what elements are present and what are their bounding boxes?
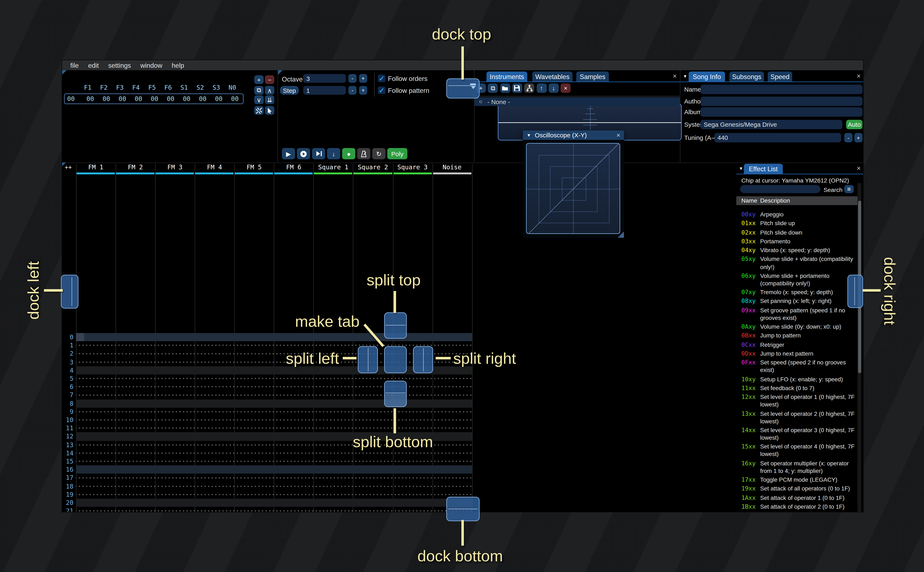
order-cell[interactable]: 00 [146, 95, 162, 102]
move-down-button[interactable]: ↓ [548, 84, 558, 93]
step-decrease-button[interactable]: - [348, 86, 357, 95]
order-cell[interactable]: 00 [195, 95, 211, 102]
octave-increase-button[interactable]: + [359, 74, 367, 83]
tab-wavetables[interactable]: Wavetables [532, 72, 572, 82]
tab-effect-list[interactable]: Effect List [744, 164, 783, 174]
effect-rows[interactable]: 00xyArpeggio01xxPitch slide up02xxPitch … [736, 211, 859, 512]
channel-header-fm-5[interactable]: FM 5 [234, 164, 274, 172]
effect-row[interactable]: 00xyArpeggio [736, 211, 859, 218]
split-right-target[interactable] [413, 346, 433, 373]
collapse-icon[interactable]: ▼ [683, 74, 687, 78]
dock-left-target[interactable] [61, 275, 78, 309]
pattern-row[interactable] [76, 507, 472, 512]
effect-row[interactable]: 14xxSet level of operator 3 (0 highest, … [736, 426, 859, 442]
pattern-row[interactable] [76, 482, 472, 490]
split-left-target[interactable] [358, 346, 378, 373]
tree-view-button[interactable] [524, 84, 534, 93]
channel-header-fm-1[interactable]: FM 1 [76, 164, 115, 172]
oscilloscope-xy-window[interactable]: ▼ Oscilloscope (X-Y) × [523, 131, 624, 238]
close-icon[interactable]: × [855, 164, 862, 172]
close-icon[interactable]: × [672, 72, 678, 80]
plus-button[interactable]: + [254, 75, 263, 84]
effect-row[interactable]: 12xxSet level of operator 1 (0 highest, … [736, 393, 859, 409]
field-input-tuning[interactable]: 440 [714, 133, 841, 142]
order-cell[interactable]: 00 [162, 95, 179, 102]
duplicate-button[interactable]: ⧉ [488, 84, 498, 93]
tab-song-info[interactable]: Song Info [689, 72, 725, 82]
step-input[interactable]: 1 [303, 86, 346, 95]
pattern-row[interactable] [76, 399, 472, 408]
delete-button[interactable]: × [561, 84, 570, 93]
unlink-button[interactable] [254, 106, 263, 115]
order-cell[interactable]: 00 [211, 95, 227, 102]
field-input-author[interactable] [701, 96, 862, 106]
follow-pattern-checkbox[interactable]: ✓ [378, 87, 385, 94]
tuning-increase-button[interactable]: + [854, 133, 862, 142]
chevron-double-down-button[interactable]: ⇊ [265, 95, 274, 104]
pattern-row[interactable] [76, 474, 472, 482]
menu-item-file[interactable]: file [70, 61, 79, 69]
collapse-icon[interactable]: ▼ [527, 133, 531, 137]
tab-speed[interactable]: Speed [768, 72, 792, 82]
move-up-button[interactable]: ↑ [536, 84, 547, 93]
effect-row[interactable]: 16xySet operator multiplier (x: operator… [736, 460, 859, 475]
effect-row[interactable]: 02xxPitch slide down [736, 229, 859, 236]
step-row-button[interactable]: ↓ [327, 148, 340, 159]
dock-top-target[interactable] [446, 78, 480, 98]
effect-row[interactable]: 05xyVolume slide + vibrato (compatibilit… [736, 255, 859, 271]
pattern-row[interactable] [76, 391, 472, 399]
record-button[interactable]: ● [342, 148, 355, 159]
cursor-button[interactable] [265, 106, 274, 115]
pattern-row[interactable] [76, 333, 472, 341]
repeat-button[interactable]: ↻ [372, 148, 385, 159]
pattern-row[interactable] [76, 341, 472, 350]
effect-row[interactable]: 13xxSet level of operator 2 (0 highest, … [736, 410, 859, 425]
effect-row[interactable]: 0FxxSet speed (speed 2 if no grooves exi… [736, 359, 859, 374]
minus-button[interactable]: − [265, 75, 274, 84]
effect-row[interactable]: 0BxxJump to pattern [736, 332, 859, 339]
pattern-row[interactable] [76, 375, 472, 383]
menu-item-edit[interactable]: edit [88, 61, 99, 69]
order-cell[interactable]: 00 [130, 95, 146, 102]
chevron-up-button[interactable]: ∧ [265, 86, 274, 95]
open-button[interactable] [500, 84, 510, 93]
effect-row[interactable]: 09xxSet groove pattern (speed 1 if no gr… [736, 306, 859, 322]
octave-input[interactable]: 3 [303, 74, 346, 83]
make-tab-target[interactable] [384, 346, 407, 373]
channel-header-square-2[interactable]: Square 2 [353, 164, 393, 172]
effect-row[interactable]: 06xyVolume slide + portamento (compatibi… [736, 272, 859, 287]
step-toggle-button[interactable]: Step [280, 86, 299, 95]
effect-row[interactable]: 0DxxJump to next pattern [736, 350, 859, 358]
split-top-target[interactable] [384, 312, 407, 339]
effect-row[interactable]: 01xxPitch slide up [736, 220, 859, 227]
tab-instruments[interactable]: Instruments [486, 72, 527, 82]
follow-orders-checkbox[interactable]: ✓ [378, 75, 385, 82]
play-pattern-button[interactable] [297, 148, 310, 159]
menu-item-window[interactable]: window [140, 61, 162, 69]
menu-item-settings[interactable]: settings [108, 61, 131, 69]
effect-sort-menu-button[interactable]: ≡ [844, 185, 854, 193]
save-button[interactable] [512, 84, 522, 93]
effect-row[interactable]: 11xxSet feedback (0 to 7) [736, 384, 859, 392]
channel-header-fm-4[interactable]: FM 4 [195, 164, 234, 172]
effect-row[interactable]: 17xxToggle PCM mode (LEGACY) [736, 476, 859, 483]
close-icon[interactable]: × [855, 72, 862, 80]
effect-table-header[interactable]: Name Description [736, 196, 857, 205]
menu-item-help[interactable]: help [172, 61, 184, 69]
pattern-row[interactable] [76, 424, 472, 432]
pattern-row[interactable] [76, 366, 472, 375]
effect-row[interactable]: 1BxxSet attack of operator 2 (0 to 1F) [736, 503, 859, 511]
effect-row[interactable]: 15xxSet level of operator 4 (0 highest, … [736, 443, 859, 458]
metronome-button[interactable] [357, 148, 370, 159]
effect-row[interactable]: 19xxSet attack of all operators (0 to 1F… [736, 485, 859, 493]
field-input-album[interactable] [701, 107, 862, 117]
tab-samples[interactable]: Samples [576, 72, 609, 82]
oscilloscope-xy-titlebar[interactable]: ▼ Oscilloscope (X-Y) × [523, 131, 624, 140]
field-input-name[interactable] [701, 85, 862, 94]
poly-button[interactable]: Poly [387, 148, 407, 159]
pattern-row[interactable] [76, 407, 472, 416]
close-icon[interactable]: × [616, 132, 620, 138]
pattern-row[interactable] [76, 350, 472, 358]
pattern-cursor[interactable] [76, 333, 84, 341]
pattern-row[interactable] [76, 416, 472, 424]
